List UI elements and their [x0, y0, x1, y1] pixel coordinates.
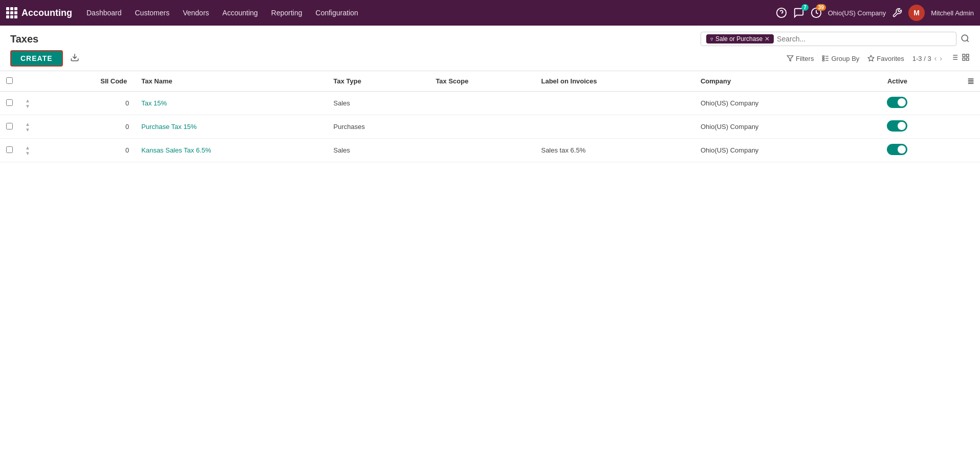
row-label-on-invoices: [535, 115, 694, 139]
row-checkbox[interactable]: [6, 123, 13, 129]
row-label-on-invoices: [535, 92, 694, 115]
sii-code-header: SII Code: [39, 71, 135, 92]
row-tax-name[interactable]: Purchase Tax 15%: [135, 115, 327, 139]
toolbar: CREATE Filters Group By: [0, 46, 980, 71]
nav-customers[interactable]: Customers: [129, 6, 176, 20]
main-content: Taxes ▿ Sale or Purchase ✕ CREATE: [0, 26, 980, 454]
page-header: Taxes ▿ Sale or Purchase ✕: [0, 26, 980, 46]
svg-line-4: [967, 40, 968, 41]
row-tax-scope: [429, 139, 535, 162]
row-sii-code: 0: [39, 139, 135, 162]
search-bar: ▿ Sale or Purchase ✕: [701, 32, 956, 46]
row-extra: [935, 139, 980, 162]
table-row: ▲ ▼ 0 Tax 15% Sales Ohio(US) Company: [0, 92, 980, 115]
row-tax-scope: [429, 115, 535, 139]
active-toggle[interactable]: [887, 144, 907, 155]
tax-name-link[interactable]: Tax 15%: [141, 99, 167, 107]
kanban-view-button[interactable]: [962, 53, 970, 63]
row-checkbox-cell: [0, 92, 19, 115]
favorites-button[interactable]: Favorites: [867, 55, 904, 62]
svg-marker-13: [868, 55, 874, 61]
chat-icon-btn[interactable]: 7: [793, 7, 804, 18]
row-tax-name[interactable]: Kansas Sales Tax 6.5%: [135, 139, 327, 162]
next-page-button[interactable]: ›: [940, 54, 942, 62]
row-checkbox[interactable]: [6, 99, 13, 106]
group-by-label: Group By: [831, 55, 859, 62]
svg-rect-23: [966, 58, 969, 60]
row-extra: [935, 115, 980, 139]
brand-label: Accounting: [21, 8, 72, 18]
company-header: Company: [694, 71, 859, 92]
download-button[interactable]: [67, 51, 82, 67]
filters-label: Filters: [796, 55, 814, 62]
wrench-icon-btn[interactable]: [892, 8, 902, 18]
svg-point-3: [962, 35, 968, 41]
table-row: ▲ ▼ 0 Kansas Sales Tax 6.5% Sales Sales …: [0, 139, 980, 162]
row-tax-type: Sales: [327, 139, 429, 162]
page-title: Taxes: [10, 33, 38, 45]
activity-icon-btn[interactable]: 39: [811, 7, 822, 18]
table-row: ▲ ▼ 0 Purchase Tax 15% Purchases Ohio(US…: [0, 115, 980, 139]
column-settings-header: ≣: [935, 71, 980, 92]
pagination-text: 1-3 / 3: [912, 55, 931, 62]
tax-name-link[interactable]: Purchase Tax 15%: [141, 123, 197, 131]
label-on-invoices-header: Label on Invoices: [535, 71, 694, 92]
list-view-button[interactable]: [950, 53, 959, 63]
nav-vendors[interactable]: Vendors: [177, 6, 215, 20]
filter-tag-label: Sale or Purchase: [715, 35, 763, 42]
column-settings-icon[interactable]: ≣: [967, 77, 974, 85]
row-active-cell: [859, 139, 936, 162]
tax-scope-header: Tax Scope: [429, 71, 535, 92]
active-toggle[interactable]: [887, 97, 907, 108]
tax-name-link[interactable]: Kansas Sales Tax 6.5%: [141, 146, 211, 154]
row-tax-name[interactable]: Tax 15%: [135, 92, 327, 115]
row-sort-arrows[interactable]: ▲ ▼: [19, 92, 39, 115]
search-input[interactable]: [777, 35, 951, 43]
svg-rect-7: [823, 56, 825, 57]
nav-dashboard[interactable]: Dashboard: [80, 6, 128, 20]
toolbar-right: Filters Group By Favorites 1-3 / 3 ‹ ›: [787, 53, 970, 63]
svg-marker-6: [787, 56, 793, 61]
nav-accounting[interactable]: Accounting: [216, 6, 264, 20]
activity-badge: 39: [816, 4, 826, 11]
chat-badge: 7: [801, 4, 809, 11]
avatar-initials: M: [913, 9, 920, 17]
row-checkbox[interactable]: [6, 146, 13, 153]
active-filter-tag: ▿ Sale or Purchase ✕: [706, 34, 774, 44]
row-extra: [935, 92, 980, 115]
view-icons: [950, 53, 970, 63]
row-label-on-invoices: Sales tax 6.5%: [535, 139, 694, 162]
svg-rect-8: [823, 58, 825, 59]
row-active-cell: [859, 115, 936, 139]
create-button[interactable]: CREATE: [10, 50, 63, 67]
user-name: Mitchell Admin: [931, 9, 974, 17]
tax-name-header: Tax Name: [135, 71, 327, 92]
row-active-cell: [859, 92, 936, 115]
brand[interactable]: Accounting: [6, 7, 72, 18]
active-header: Active: [859, 71, 936, 92]
search-button[interactable]: [961, 34, 970, 45]
row-sort-arrows[interactable]: ▲ ▼: [19, 115, 39, 139]
nav-reporting[interactable]: Reporting: [265, 6, 309, 20]
group-by-button[interactable]: Group By: [822, 55, 859, 62]
row-sii-code: 0: [39, 92, 135, 115]
nav-configuration[interactable]: Configuration: [310, 6, 364, 20]
svg-rect-22: [963, 58, 965, 60]
active-toggle[interactable]: [887, 120, 907, 132]
tax-type-header: Tax Type: [327, 71, 429, 92]
company-name: Ohio(US) Company: [828, 9, 886, 17]
avatar[interactable]: M: [908, 5, 925, 21]
prev-page-button[interactable]: ‹: [934, 54, 937, 62]
filters-button[interactable]: Filters: [787, 55, 814, 62]
row-tax-type: Sales: [327, 92, 429, 115]
svg-rect-21: [966, 54, 969, 57]
select-all-checkbox[interactable]: [6, 77, 13, 84]
svg-rect-9: [823, 60, 825, 61]
row-sii-code: 0: [39, 115, 135, 139]
row-checkbox-cell: [0, 115, 19, 139]
support-icon-btn[interactable]: [776, 7, 787, 18]
remove-filter-button[interactable]: ✕: [765, 35, 770, 42]
select-all-header: [0, 71, 19, 92]
row-sort-arrows[interactable]: ▲ ▼: [19, 139, 39, 162]
pagination: 1-3 / 3 ‹ ›: [912, 54, 942, 62]
